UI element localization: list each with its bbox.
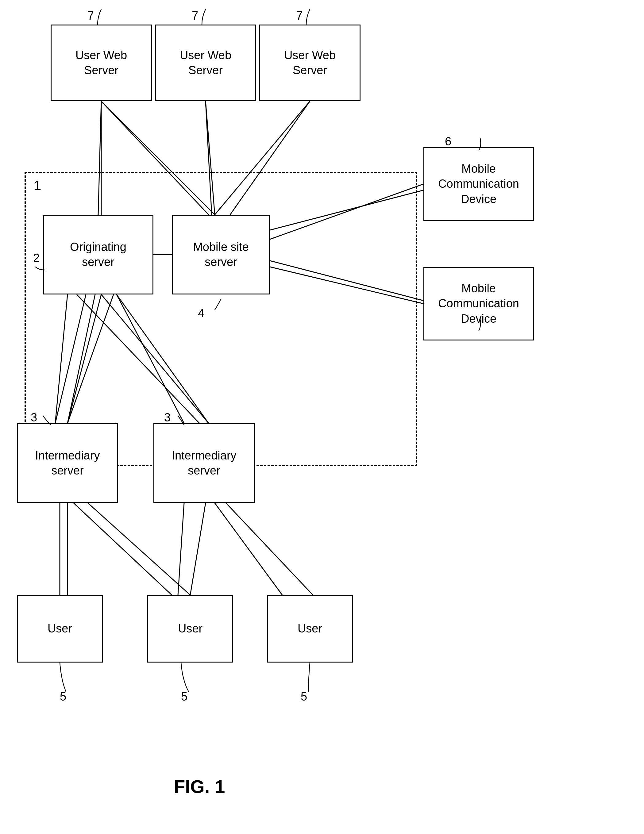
user-2: User — [147, 595, 233, 663]
ref-6-1: 6 — [445, 135, 451, 148]
svg-line-30 — [215, 503, 282, 595]
ref-2: 2 — [33, 252, 40, 265]
ref-7-3: 7 — [296, 9, 303, 23]
user-1: User — [17, 595, 103, 663]
intermediary-server-2: Intermediaryserver — [154, 423, 255, 503]
user-web-server-2: User WebServer — [155, 24, 256, 101]
ref-7-2: 7 — [192, 9, 198, 23]
ref-3-1: 3 — [31, 411, 37, 424]
svg-line-28 — [74, 503, 172, 595]
user-web-server-1: User WebServer — [51, 24, 152, 101]
mobile-device-2: MobileCommunicationDevice — [423, 267, 534, 341]
user-3: User — [267, 595, 353, 663]
figure-label: FIG. 1 — [138, 776, 261, 797]
mobile-site-server: Mobile siteserver — [172, 215, 270, 294]
mobile-device-1: MobileCommunicationDevice — [423, 147, 534, 221]
ref-4: 4 — [198, 307, 204, 320]
ref-5-1: 5 — [60, 690, 66, 703]
diagram: 7 7 7 User WebServer User WebServer User… — [0, 0, 644, 834]
ref-7-1: 7 — [87, 9, 94, 23]
user-web-server-3: User WebServer — [259, 24, 361, 101]
ref-5-3: 5 — [301, 690, 307, 703]
ref-3-2: 3 — [164, 411, 171, 424]
system-label: 1 — [34, 178, 41, 193]
originating-server: Originatingserver — [43, 215, 154, 294]
intermediary-server-1: Intermediaryserver — [17, 423, 118, 503]
svg-line-29 — [178, 503, 184, 595]
ref-5-2: 5 — [181, 690, 188, 703]
